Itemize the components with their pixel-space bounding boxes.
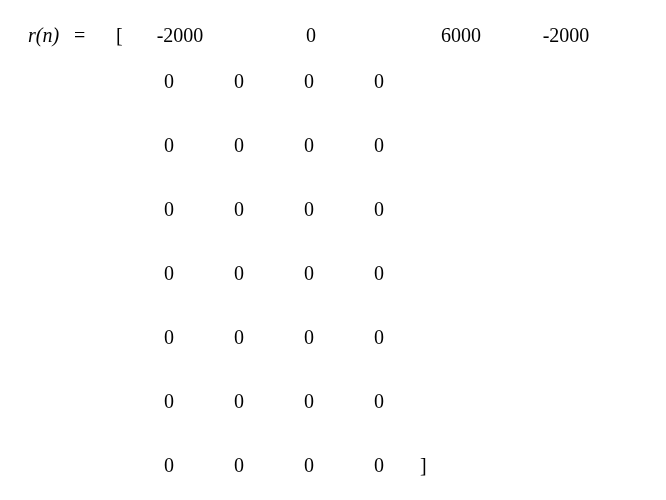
equation-lhs: r(n) = [28,24,85,47]
matrix-row: 0 0 0 0 [134,134,427,198]
matrix-cell: 0 [274,390,344,413]
matrix-row: 0 0 0 0 [134,198,427,262]
matrix-cell: 0 [134,70,204,93]
open-bracket: [ [116,24,123,47]
matrix-row-1: -2000 0 6000 -2000 [134,24,606,47]
matrix-cell: 0 [134,326,204,349]
matrix-cell: 0 [204,262,274,285]
matrix-row: 0 0 0 0 [134,326,427,390]
equation-block: r(n) = [ -2000 0 6000 -2000 0 0 0 0 0 0 … [0,0,666,500]
equals-sign: = [74,24,85,46]
matrix-row: 0 0 0 0 [134,70,427,134]
matrix-cell: 0 [274,326,344,349]
matrix-cell: 0 [344,70,414,93]
matrix-cell: 0 [204,70,274,93]
matrix-cell: 0 [134,134,204,157]
matrix-cell: 0 [274,198,344,221]
function-label: r(n) [28,24,59,46]
matrix-body: 0 0 0 0 0 0 0 0 0 0 0 0 0 0 0 0 0 0 0 0 [134,70,427,500]
matrix-cell: 0 [344,390,414,413]
matrix-cell: 0 [344,326,414,349]
matrix-cell: 6000 [396,24,526,47]
matrix-cell: -2000 [526,24,606,47]
matrix-cell: 0 [134,262,204,285]
matrix-cell: 0 [344,134,414,157]
matrix-cell: 0 [204,454,274,477]
matrix-row: 0 0 0 0 ] [134,454,427,500]
matrix-cell: 0 [134,198,204,221]
matrix-cell: 0 [134,454,204,477]
matrix-cell: 0 [204,326,274,349]
matrix-cell: -2000 [134,24,226,47]
matrix-cell: 0 [274,454,344,477]
matrix-row: 0 0 0 0 [134,390,427,454]
matrix-cell: 0 [134,390,204,413]
matrix-cell: 0 [344,198,414,221]
matrix-cell: 0 [274,262,344,285]
close-bracket: ] [420,454,427,477]
matrix-cell: 0 [344,454,414,477]
matrix-row: 0 0 0 0 [134,262,427,326]
matrix-cell: 0 [204,198,274,221]
matrix-cell: 0 [204,390,274,413]
matrix-cell: 0 [226,24,396,47]
matrix-cell: 0 [274,70,344,93]
matrix-cell: 0 [344,262,414,285]
matrix-cell: 0 [274,134,344,157]
matrix-cell: 0 [204,134,274,157]
